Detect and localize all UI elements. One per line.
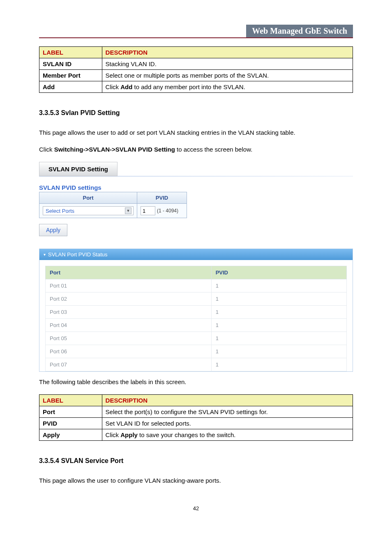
- table-row: Add Click Add to add any member port int…: [39, 81, 353, 93]
- status-pvid-header: PVID: [211, 266, 346, 279]
- paragraph: Click Switching->SVLAN->SVLAN PVID Setti…: [39, 145, 353, 154]
- status-port-header: Port: [46, 266, 212, 279]
- table-row: Port 031: [46, 306, 347, 319]
- section-heading-3353: 3.3.5.3 Svlan PVID Setting: [39, 109, 353, 117]
- select-ports-dropdown[interactable]: Select Ports ▼: [43, 206, 134, 215]
- table1-row0-desc: Stacking VLAN ID.: [102, 58, 353, 70]
- settings-pvid-header: PVID: [137, 192, 187, 203]
- table-row: Port 071: [46, 358, 347, 371]
- settings-port-header: Port: [39, 192, 137, 203]
- triangle-down-icon: ▾: [44, 252, 46, 257]
- page-header: Web Managed GbE Switch: [39, 25, 353, 38]
- status-panel: ▾ SVLAN Port PVID Status Port PVID Port …: [39, 249, 353, 372]
- paragraph: This page allows the user to configure V…: [39, 476, 353, 485]
- label-description-table-1: LABEL DESCRIPTION SVLAN ID Stacking VLAN…: [39, 46, 353, 93]
- table-row: PVID Set VLAN ID for selected ports.: [39, 418, 353, 429]
- select-ports-label: Select Ports: [46, 208, 74, 214]
- table-row: Port Select the port(s) to configure the…: [39, 406, 353, 418]
- apply-button[interactable]: Apply: [39, 224, 67, 236]
- paragraph: The following table describes the labels…: [39, 378, 353, 386]
- chevron-down-icon: ▼: [125, 207, 131, 214]
- table2-row2-label: Apply: [39, 429, 102, 441]
- table-row: Apply Click Apply to save your changes t…: [39, 429, 353, 441]
- table-row: Port 011: [46, 279, 347, 292]
- table1-row2-label: Add: [39, 81, 102, 93]
- page-title-badge: Web Managed GbE Switch: [246, 25, 353, 37]
- table2-row2-desc: Click Apply to save your changes to the …: [102, 429, 353, 441]
- table1-head-label: LABEL: [39, 47, 102, 58]
- table2-row1-label: PVID: [39, 418, 102, 429]
- table1-row1-desc: Select one or multiple ports as member p…: [102, 70, 353, 81]
- status-panel-header[interactable]: ▾ SVLAN Port PVID Status: [39, 249, 353, 260]
- table-row: Port 021: [46, 292, 347, 306]
- table1-row2-desc: Click Add to add any member port into th…: [102, 81, 353, 93]
- table-row: Port 041: [46, 319, 347, 332]
- section-heading-3354: 3.3.5.4 SVLAN Service Port: [39, 457, 353, 465]
- pvid-hint: (1 - 4094): [157, 208, 178, 214]
- status-panel-title: SVLAN Port PVID Status: [48, 251, 108, 258]
- paragraph: This page allows the user to add or set …: [39, 128, 353, 137]
- table1-head-desc: DESCRIPTION: [102, 47, 353, 58]
- label-description-table-2: LABEL DESCRIPTION Port Select the port(s…: [39, 394, 353, 441]
- table-row: Port 051: [46, 332, 347, 345]
- pvid-input[interactable]: [141, 206, 155, 215]
- status-table: Port PVID Port 011 Port 021 Port 031 Por…: [45, 266, 347, 371]
- table2-row0-desc: Select the port(s) to configure the SVLA…: [102, 406, 353, 418]
- table2-head-desc: DESCRIPTION: [102, 395, 353, 406]
- table-row: Member Port Select one or multiple ports…: [39, 70, 353, 81]
- settings-form: Port PVID Select Ports ▼ (1 - 4094): [39, 192, 187, 218]
- table1-row0-label: SVLAN ID: [39, 58, 102, 70]
- table2-row0-label: Port: [39, 406, 102, 418]
- table-row: SVLAN ID Stacking VLAN ID.: [39, 58, 353, 70]
- settings-title: SVLAN PVID settings: [39, 184, 353, 191]
- tab-bar: SVLAN PVID Setting: [39, 162, 353, 177]
- table1-row1-label: Member Port: [39, 70, 102, 81]
- table2-head-label: LABEL: [39, 395, 102, 406]
- table2-row1-desc: Set VLAN ID for selected ports.: [102, 418, 353, 429]
- page-number: 42: [39, 505, 353, 511]
- table-row: Port 061: [46, 345, 347, 358]
- tab-svlan-pvid-setting[interactable]: SVLAN PVID Setting: [39, 162, 118, 176]
